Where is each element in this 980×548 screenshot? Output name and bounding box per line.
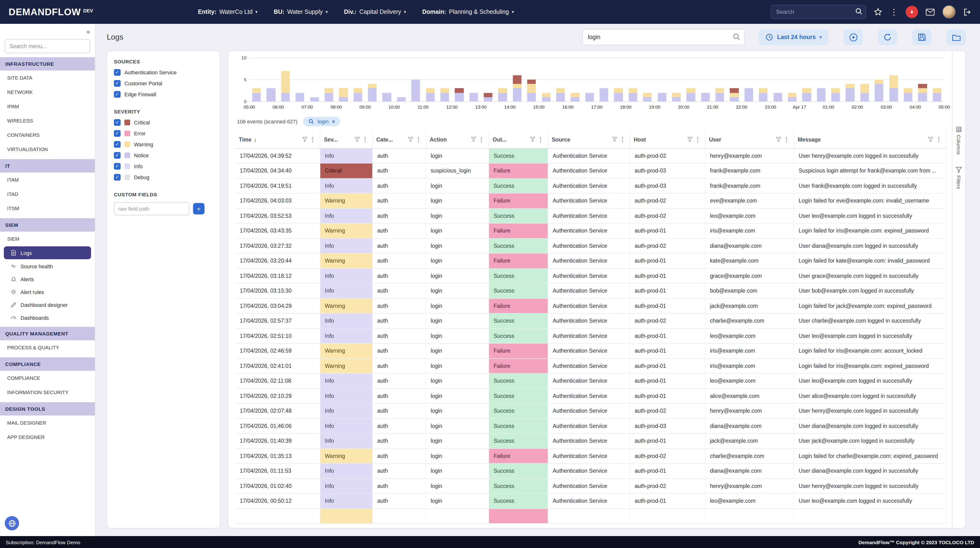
checkbox-checked[interactable]: ✓ bbox=[114, 174, 121, 181]
table-row[interactable]: 17/04/2026, 03:52:53InfoauthloginSuccess… bbox=[235, 208, 946, 223]
sidebar-item-dashboards[interactable]: Dashboards bbox=[0, 311, 95, 324]
overflow-menu-icon[interactable]: ⋮ bbox=[890, 7, 898, 17]
table-row-partial[interactable] bbox=[235, 508, 946, 523]
table-row[interactable]: 17/04/2026, 03:20:44WarningauthloginFail… bbox=[235, 253, 946, 268]
table-row[interactable]: 17/04/2026, 03:43:35WarningauthloginFail… bbox=[235, 223, 946, 238]
sidebar-item-itam[interactable]: ITAM bbox=[0, 173, 95, 187]
table-row[interactable]: 17/04/2026, 01:46:06InfoauthloginSuccess… bbox=[235, 418, 946, 434]
sidebar-item-containers[interactable]: CONTAINERS bbox=[0, 128, 95, 142]
sidebar-item-virtualisation[interactable]: VIRTUALISATION bbox=[0, 142, 95, 156]
sidebar-item-dashboard-designer[interactable]: Dashboard designer bbox=[0, 298, 95, 311]
table-row[interactable]: 17/04/2026, 04:39:52InfoauthloginSuccess… bbox=[235, 148, 946, 163]
sidebar-item-information-security[interactable]: INFORMATION SECURITY bbox=[0, 385, 95, 399]
search-term-chip[interactable]: login × bbox=[303, 117, 340, 126]
column-header-user[interactable]: User⋮ bbox=[705, 131, 794, 148]
global-search-input[interactable] bbox=[771, 5, 866, 19]
column-header-message[interactable]: Message⋮ bbox=[794, 131, 946, 148]
filter-funnel-icon[interactable] bbox=[408, 137, 413, 142]
checkbox-checked[interactable]: ✓ bbox=[114, 119, 121, 126]
filter-funnel-icon[interactable] bbox=[355, 137, 360, 142]
favorite-star-icon[interactable] bbox=[874, 8, 882, 16]
nav-selector-div[interactable]: Div.:Capital Delivery▾ bbox=[344, 9, 406, 15]
sidebar-item-ipam[interactable]: IPAM bbox=[0, 99, 95, 113]
language-globe-button[interactable] bbox=[5, 516, 19, 531]
logout-icon[interactable] bbox=[963, 8, 971, 16]
filter-funnel-icon[interactable] bbox=[687, 137, 692, 142]
nav-selector-entity[interactable]: Entity:WaterCo Ltd▾ bbox=[198, 9, 258, 15]
chip-close-icon[interactable]: × bbox=[332, 119, 335, 124]
sort-desc-icon[interactable]: ↓ bbox=[254, 136, 257, 143]
sidebar-item-compliance[interactable]: COMPLIANCE bbox=[0, 371, 95, 385]
table-row[interactable]: 17/04/2026, 04:19:51InfoauthloginSuccess… bbox=[235, 178, 946, 193]
sidebar-item-source-health[interactable]: Source health bbox=[0, 260, 95, 273]
sidebar-item-app-designer[interactable]: APP DESIGNER bbox=[0, 430, 95, 444]
column-header-action[interactable]: Action⋮ bbox=[426, 131, 488, 148]
table-row[interactable]: 17/04/2026, 02:07:48InfoauthloginSuccess… bbox=[235, 403, 946, 418]
filter-funnel-icon[interactable] bbox=[302, 137, 307, 142]
table-row[interactable]: 17/04/2026, 03:18:12InfoauthloginSuccess… bbox=[235, 268, 946, 283]
column-menu-icon[interactable]: ⋮ bbox=[415, 136, 422, 143]
checkbox-checked[interactable]: ✓ bbox=[114, 163, 121, 170]
column-menu-icon[interactable]: ⋮ bbox=[783, 136, 789, 143]
table-row[interactable]: 17/04/2026, 02:51:10InfoauthloginSuccess… bbox=[235, 328, 946, 343]
nav-selector-domain[interactable]: Domain:Planning & Scheduling▾ bbox=[422, 9, 514, 15]
table-row[interactable]: 17/04/2026, 03:27:32InfoauthloginSuccess… bbox=[235, 238, 946, 253]
checkbox-checked[interactable]: ✓ bbox=[114, 69, 121, 76]
table-row[interactable]: 17/04/2026, 01:40:39InfoauthloginSuccess… bbox=[235, 434, 946, 448]
filters-tab[interactable]: Filters bbox=[956, 167, 962, 189]
sidebar-item-itad[interactable]: ITAD bbox=[0, 187, 95, 201]
add-custom-field-button[interactable]: + bbox=[193, 203, 205, 214]
sidebar-item-siem[interactable]: SIEM bbox=[0, 232, 95, 246]
table-row[interactable]: 17/04/2026, 02:57:37InfoauthloginSuccess… bbox=[235, 313, 946, 328]
filter-funnel-icon[interactable] bbox=[471, 137, 476, 142]
sidebar-item-alerts[interactable]: Alerts bbox=[0, 273, 95, 286]
checkbox-checked[interactable]: ✓ bbox=[114, 91, 121, 98]
column-header-out[interactable]: Out...⋮ bbox=[488, 131, 548, 148]
column-header-cate[interactable]: Cate...⋮ bbox=[372, 131, 426, 148]
checkbox-checked[interactable]: ✓ bbox=[114, 141, 121, 148]
table-row[interactable]: 17/04/2026, 01:02:40InfoauthloginSuccess… bbox=[235, 478, 946, 494]
column-menu-icon[interactable]: ⋮ bbox=[935, 136, 942, 143]
column-menu-icon[interactable]: ⋮ bbox=[362, 136, 368, 143]
mail-icon[interactable] bbox=[926, 8, 935, 16]
table-row[interactable]: 17/04/2026, 01:11:53InfoauthloginSuccess… bbox=[235, 464, 946, 478]
checkbox-checked[interactable]: ✓ bbox=[114, 152, 121, 159]
table-row[interactable]: 17/04/2026, 02:10:29InfoauthloginSuccess… bbox=[235, 388, 946, 403]
custom-field-input[interactable] bbox=[114, 202, 189, 215]
column-header-sev[interactable]: Sev...⋮ bbox=[320, 131, 372, 148]
log-search-input[interactable] bbox=[582, 29, 745, 45]
checkbox-checked[interactable]: ✓ bbox=[114, 130, 121, 137]
time-range-button[interactable]: Last 24 hours ▾ bbox=[759, 29, 829, 45]
filter-funnel-icon[interactable] bbox=[530, 137, 535, 142]
columns-tab[interactable]: Columns bbox=[956, 126, 962, 155]
checkbox-checked[interactable]: ✓ bbox=[114, 80, 121, 87]
sidebar-item-logs[interactable]: Logs bbox=[4, 246, 91, 259]
sidebar-search-input[interactable] bbox=[5, 39, 90, 53]
table-row[interactable]: 17/04/2026, 02:11:08InfoauthloginSuccess… bbox=[235, 373, 946, 388]
table-row[interactable]: 17/04/2026, 02:41:01WarningauthloginFail… bbox=[235, 358, 946, 373]
filter-funnel-icon[interactable] bbox=[612, 137, 617, 142]
sidebar-item-itsm[interactable]: ITSM bbox=[0, 201, 95, 215]
column-header-time[interactable]: Time↓⋮ bbox=[235, 131, 320, 148]
column-header-host[interactable]: Host⋮ bbox=[630, 131, 705, 148]
column-menu-icon[interactable]: ⋮ bbox=[310, 136, 316, 143]
column-header-source[interactable]: Source⋮ bbox=[548, 131, 630, 148]
refresh-button[interactable] bbox=[878, 29, 897, 45]
sidebar-item-alert-rules[interactable]: Alert rules bbox=[0, 286, 95, 298]
user-avatar[interactable] bbox=[942, 5, 956, 19]
sidebar-item-site-data[interactable]: SITE DATA bbox=[0, 70, 95, 85]
filter-funnel-icon[interactable] bbox=[776, 137, 781, 142]
column-menu-icon[interactable]: ⋮ bbox=[478, 136, 485, 143]
save-query-button[interactable] bbox=[912, 29, 931, 45]
table-row[interactable]: 17/04/2026, 02:46:59WarningauthloginFail… bbox=[235, 343, 946, 358]
run-query-button[interactable] bbox=[844, 29, 863, 45]
alert-badge-icon[interactable] bbox=[906, 6, 918, 18]
table-row[interactable]: 17/04/2026, 00:50:12InfoauthloginSuccess… bbox=[235, 494, 946, 508]
nav-selector-bu[interactable]: BU:Water Supply▾ bbox=[274, 9, 328, 15]
column-menu-icon[interactable]: ⋮ bbox=[695, 136, 701, 143]
sidebar-collapse-icon[interactable]: « bbox=[86, 28, 90, 35]
table-row[interactable]: 17/04/2026, 04:03:03WarningauthloginFail… bbox=[235, 193, 946, 208]
table-row[interactable]: 17/04/2026, 04:34:40Criticalauthsuspicio… bbox=[235, 163, 946, 178]
open-saved-button[interactable] bbox=[947, 29, 966, 45]
sidebar-item-process-quality[interactable]: PROCESS & QUALITY bbox=[0, 340, 95, 354]
